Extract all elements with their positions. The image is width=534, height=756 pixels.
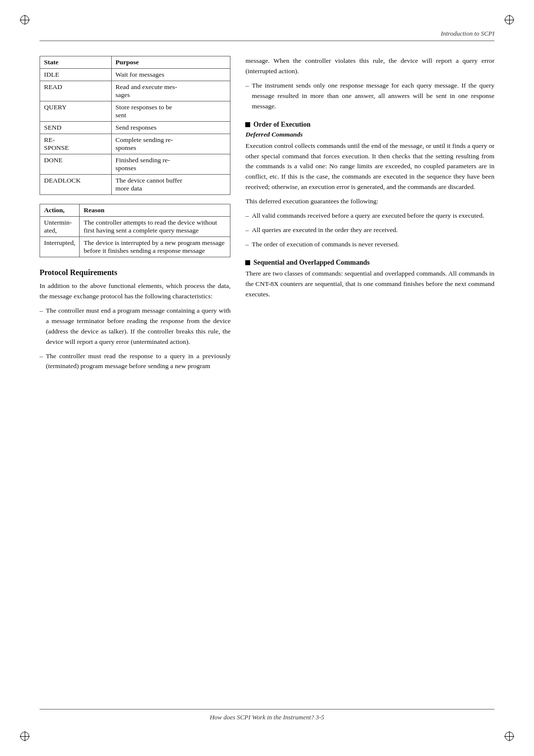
page: Introduction to SCPI State Purpose IDLE … [0, 0, 534, 756]
protocol-bullet-2: – The controller must read the response … [40, 351, 230, 372]
purpose-cell: Wait for messages [111, 69, 230, 81]
right-bullet-1: – The instrument sends only one response… [245, 81, 494, 112]
state-col-header: State [40, 56, 112, 69]
state-cell: DEADLOCK [40, 175, 112, 195]
sequential-body: There are two classes of commands: seque… [245, 269, 494, 300]
table-row: Untermin-ated, The controller attempts t… [40, 217, 230, 237]
order-bullet-1: – All valid commands received before a q… [245, 211, 494, 221]
action-cell: Untermin-ated, [40, 217, 80, 237]
reason-cell: The controller attempts to read the devi… [80, 217, 230, 237]
corner-circle-tr [505, 15, 514, 24]
action-col-header: Action, [40, 204, 80, 217]
order-bullet-3: – The order of execution of commands is … [245, 239, 494, 250]
protocol-intro: In addition to the above functional elem… [40, 281, 230, 302]
corner-circle-bl [20, 732, 29, 741]
state-table: State Purpose IDLE Wait for messages REA… [40, 56, 230, 195]
state-cell: SEND [40, 122, 112, 134]
dash-icon: – [245, 225, 249, 236]
table-row: DONE Finished sending re-sponses [40, 154, 230, 175]
state-cell: IDLE [40, 69, 112, 81]
sequential-heading-text: Sequential and Overlapped Commands [253, 259, 369, 267]
order-execution-heading: Order of Execution [245, 121, 494, 129]
bullet-text: All valid commands received before a que… [252, 211, 484, 221]
purpose-cell: Read and execute mes-sages [111, 81, 230, 101]
corner-circle-tl [20, 15, 29, 24]
action-cell: Interrupted, [40, 237, 80, 257]
dash-icon: – [40, 306, 43, 347]
bullet-text: The order of execution of commands is ne… [252, 239, 399, 250]
purpose-cell: The device cannot buffermore data [111, 175, 230, 195]
table-row: RE-SPONSE Complete sending re-sponses [40, 134, 230, 154]
reason-cell: The device is interrupted by a new progr… [80, 237, 230, 257]
purpose-cell: Complete sending re-sponses [111, 134, 230, 154]
table-row: IDLE Wait for messages [40, 69, 230, 81]
deferred-commands-heading: Deferred Commands [245, 131, 494, 139]
order-body2-text: This deferred execution guarantees the f… [245, 196, 494, 207]
right-column: message. When the controller violates th… [245, 56, 494, 376]
purpose-cell: Finished sending re-sponses [111, 154, 230, 175]
state-cell: DONE [40, 154, 112, 175]
action-table: Action, Reason Untermin-ated, The contro… [40, 204, 230, 257]
main-content: State Purpose IDLE Wait for messages REA… [40, 56, 494, 376]
bullet-text: The controller must read the response to… [46, 351, 231, 372]
footer-text: How does SCPI Work in the Instrument? 3-… [210, 713, 324, 721]
purpose-cell: Store responses to besent [111, 101, 230, 122]
protocol-section: Protocol Requirements In addition to the… [40, 268, 230, 372]
footer: How does SCPI Work in the Instrument? 3-… [40, 709, 494, 721]
continued-bullet-text: message. When the controller violates th… [245, 56, 494, 77]
reason-col-header: Reason [80, 204, 230, 217]
bullet-text: All queries are executed in the order th… [252, 225, 398, 236]
state-cell: READ [40, 81, 112, 101]
bullet-text: The instrument sends only one response m… [252, 81, 494, 112]
order-body-text: Execution control collects commands unti… [245, 141, 494, 193]
order-heading-text: Order of Execution [253, 121, 311, 129]
table-row: QUERY Store responses to besent [40, 101, 230, 122]
table-row: READ Read and execute mes-sages [40, 81, 230, 101]
protocol-heading: Protocol Requirements [40, 268, 230, 277]
header-title: Introduction to SCPI [441, 30, 494, 38]
protocol-bullet-1: – The controller must end a program mess… [40, 306, 230, 347]
dash-icon: – [245, 211, 249, 221]
bullet-text: The controller must end a program messag… [46, 306, 231, 347]
dash-icon: – [245, 81, 249, 112]
table-row: DEADLOCK The device cannot buffermore da… [40, 175, 230, 195]
square-bullet-icon [245, 122, 250, 127]
sequential-heading: Sequential and Overlapped Commands [245, 259, 494, 267]
dash-icon: – [40, 351, 43, 372]
purpose-cell: Send responses [111, 122, 230, 134]
corner-circle-br [505, 732, 514, 741]
purpose-col-header: Purpose [111, 56, 230, 69]
left-column: State Purpose IDLE Wait for messages REA… [40, 56, 230, 376]
state-cell: RE-SPONSE [40, 134, 112, 154]
dash-icon: – [245, 239, 249, 250]
state-cell: QUERY [40, 101, 112, 122]
table-row: SEND Send responses [40, 122, 230, 134]
header: Introduction to SCPI [40, 30, 494, 41]
square-bullet-icon [245, 260, 250, 265]
order-bullet-2: – All queries are executed in the order … [245, 225, 494, 236]
table-row: Interrupted, The device is interrupted b… [40, 237, 230, 257]
